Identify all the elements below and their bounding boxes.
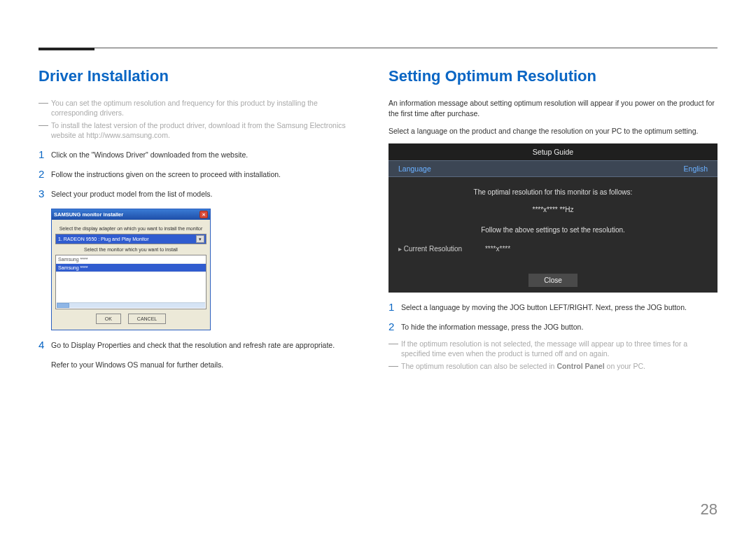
- refer-line: Refer to your Windows OS manual for furt…: [38, 360, 359, 370]
- osd-language-row[interactable]: Language English: [388, 160, 718, 177]
- dash-icon: ―: [38, 120, 51, 129]
- installer-title: SAMSUNG monitor installer: [54, 211, 123, 218]
- note-text: The optimum resolution can also be selec…: [401, 361, 718, 371]
- installer-prompt-monitor: Select the monitor which you want to ins…: [55, 246, 206, 253]
- osd-follow-line: Follow the above settings to set the res…: [398, 226, 708, 234]
- cancel-button[interactable]: CANCEL: [128, 314, 166, 324]
- monitor-listbox[interactable]: Samsung **** Samsung ****: [55, 255, 206, 309]
- left-column: Driver Installation ― You can set the op…: [38, 67, 359, 374]
- right-column: Setting Optimum Resolution An informatio…: [388, 67, 718, 374]
- note-text: You can set the optimum resolution and f…: [51, 98, 359, 118]
- ok-button[interactable]: OK: [96, 314, 121, 324]
- list-item-selected[interactable]: Samsung ****: [56, 264, 206, 272]
- step-number: 2: [38, 169, 51, 179]
- installer-body: Select the display adapter on which you …: [52, 220, 210, 330]
- adapter-combobox[interactable]: 1. RADEON 9550 : Plug and Play Monitor: [55, 234, 206, 244]
- osd-current-resolution-row: Current Resolution ****x****: [398, 245, 708, 253]
- step-text: Follow the instructions given on the scr…: [51, 169, 359, 179]
- installer-prompt-adapter: Select the display adapter on which you …: [55, 225, 206, 232]
- osd-current-resolution-label: Current Resolution: [398, 245, 462, 253]
- heading-setting-optimum-resolution: Setting Optimum Resolution: [388, 67, 718, 85]
- right-step-2: 2 To hide the information message, press…: [388, 322, 718, 332]
- osd-close-button[interactable]: Close: [528, 274, 578, 287]
- dash-icon: ―: [388, 339, 401, 347]
- step-number: 1: [38, 150, 51, 160]
- note-text: To install the latest version of the pro…: [51, 120, 359, 140]
- osd-optimal-resolution: ****x**** **Hz: [398, 206, 708, 213]
- osd-title: Setup Guide: [388, 143, 718, 160]
- dash-icon: ―: [38, 98, 51, 106]
- intro-paragraph-2: Select a language on the product and cha…: [388, 126, 718, 136]
- step-text: Go to Display Properties and check that …: [51, 340, 359, 350]
- step-1: 1 Click on the "Windows Driver" download…: [38, 150, 359, 160]
- note-item: ― You can set the optimum resolution and…: [38, 98, 359, 118]
- dash-icon: ―: [388, 361, 401, 370]
- osd-language-label: Language: [398, 164, 431, 173]
- step-text: Click on the "Windows Driver" downloaded…: [51, 150, 359, 160]
- step-2: 2 Follow the instructions given on the s…: [38, 169, 359, 179]
- step-text: Select your product model from the list …: [51, 189, 359, 199]
- installer-dialog: SAMSUNG monitor installer × Select the d…: [51, 209, 211, 330]
- osd-info-line: The optimal resolution for this monitor …: [398, 188, 708, 196]
- osd-panel: Setup Guide Language English The optimal…: [388, 143, 718, 293]
- step-number: 1: [388, 302, 401, 312]
- header-rule-thick: [38, 48, 94, 50]
- refer-text: Refer to your Windows OS manual for furt…: [51, 360, 359, 370]
- installer-titlebar: SAMSUNG monitor installer ×: [52, 209, 210, 220]
- step-4: 4 Go to Display Properties and check tha…: [38, 340, 359, 350]
- header-rule: [38, 48, 718, 48]
- step-number: 3: [38, 189, 51, 199]
- note-item: ― The optimum resolution can also be sel…: [388, 361, 718, 371]
- list-item[interactable]: Samsung ****: [56, 255, 206, 264]
- osd-language-value: English: [684, 164, 708, 173]
- step-number: 4: [38, 340, 51, 350]
- page-number: 28: [701, 500, 718, 519]
- close-icon[interactable]: ×: [200, 211, 208, 218]
- horizontal-scrollbar[interactable]: [57, 302, 205, 308]
- note-text: If the optimum resolution is not selecte…: [401, 339, 718, 358]
- step-text: Select a language by moving the JOG butt…: [401, 302, 718, 312]
- step-3: 3 Select your product model from the lis…: [38, 189, 359, 199]
- step-number: 2: [388, 322, 401, 332]
- note-item: ― If the optimum resolution is not selec…: [388, 339, 718, 358]
- note-item: ― To install the latest version of the p…: [38, 120, 359, 140]
- intro-paragraph-1: An information message about setting opt…: [388, 98, 718, 119]
- osd-current-resolution-value: ****x****: [485, 245, 510, 253]
- heading-driver-installation: Driver Installation: [38, 67, 359, 85]
- right-step-1: 1 Select a language by moving the JOG bu…: [388, 302, 718, 312]
- scrollbar-thumb[interactable]: [57, 303, 69, 308]
- step-text: To hide the information message, press t…: [401, 322, 718, 332]
